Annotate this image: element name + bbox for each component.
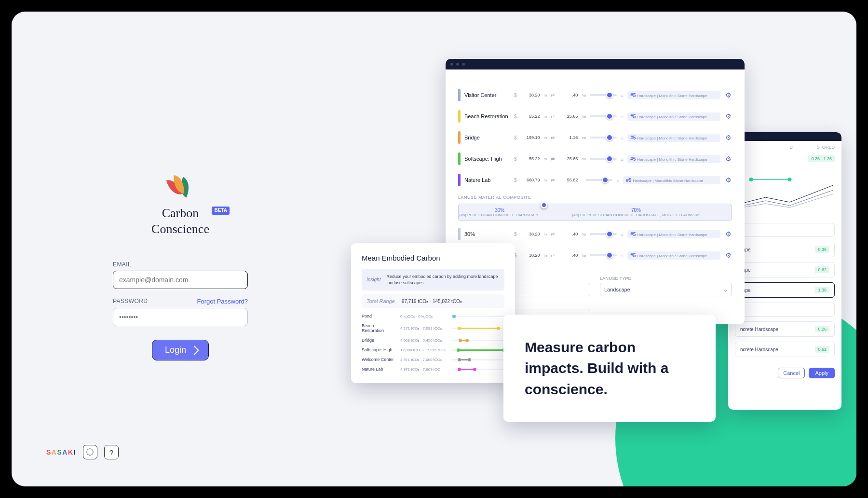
embodied-bar [452, 349, 504, 351]
row-name: Bridge [464, 135, 510, 140]
dollar-icon: $ [514, 93, 517, 98]
color-stripe [458, 174, 461, 186]
home-icon: ⌂ [621, 114, 624, 119]
logo: CarbonConscience BETA [151, 176, 209, 237]
landuse-option[interactable]: cape0.36 [735, 242, 835, 257]
embodied-row: Beach Restoration4,171 tCO₂ - 7,098 tCO₂ [362, 323, 504, 333]
landuse-option[interactable]: cape0.62 [735, 262, 835, 277]
value-2: .40 [558, 232, 578, 236]
row-name: Nature Lab [464, 177, 510, 183]
row-slider[interactable] [590, 233, 617, 235]
row-tag[interactable]: #5Hardscape | Monolithic Stone Hardscape [627, 251, 720, 260]
email-field[interactable] [113, 271, 248, 289]
landuse-select[interactable]: Landscape ⌄ [600, 283, 732, 296]
col-d: D [789, 145, 793, 150]
row-tag[interactable]: #5Hardscape | Monolithic Stone Hardscape [627, 155, 720, 163]
gear-icon[interactable]: ⚙ [724, 112, 732, 120]
landuse-row: Nature Lab$660.79m⇄55.82⌂#5Hardscape | M… [458, 174, 732, 186]
swap-icon: ⇄ [551, 178, 555, 183]
gear-icon[interactable]: ⚙ [724, 134, 732, 141]
chevron-down-icon: ⌄ [723, 287, 728, 293]
forgot-password-link[interactable]: Forgot Password? [197, 298, 248, 305]
row-name: 30% [464, 231, 510, 237]
embodied-row: Nature Lab4,971 tCO₂ - 7,669 tCO [362, 367, 504, 372]
sasaki-logo: SASAKI [46, 448, 76, 456]
value-1: 660.79 [521, 178, 540, 182]
password-label: PASSWORD [113, 298, 148, 304]
row-name: Visitor Center [464, 92, 510, 98]
composite-slider[interactable]: 30% (45) PEDESTRIAN CONCRETE HARDSCAPE 7… [458, 204, 732, 221]
value-1: 38.20 [521, 232, 540, 236]
apply-button[interactable]: Apply [809, 368, 835, 378]
row-slider[interactable] [590, 94, 617, 96]
login-button[interactable]: Login [152, 340, 209, 360]
help-button[interactable]: ? [104, 445, 119, 459]
login-panel: CarbonConscience BETA EMAIL PASSWORD For… [113, 176, 248, 360]
chevron-right-icon [190, 346, 199, 355]
landuse-row: Beach Restoration$55.22m⇄25.65ha⌂#5Hards… [458, 110, 732, 123]
stored-top-chip: 0.26 · 1.26 [808, 155, 835, 162]
row-tag[interactable]: #5Hardscape | Monolithic Stone Hardscape [627, 112, 720, 121]
row-tag[interactable]: #5Hardscape | Monolithic Stone Hardscape [627, 230, 720, 238]
brand-title: CarbonConscience BETA [151, 206, 209, 237]
card-embodied: Mean Embodied Carbon Insight Reduce your… [351, 243, 515, 383]
total-range: Total Range 97,719 tCO₂ - 145,022 tCO₂ [362, 294, 504, 308]
landuse-option[interactable]: cape1.36 [735, 282, 835, 298]
row-slider[interactable] [590, 254, 617, 256]
swap-icon: ⇄ [551, 93, 555, 98]
row-slider[interactable] [590, 137, 617, 138]
beta-badge: BETA [212, 207, 229, 215]
row-tag[interactable]: #5Hardscape | Monolithic Stone Hardscape [627, 91, 720, 99]
home-icon: ⌂ [616, 178, 619, 183]
landuse-option[interactable]: ncrete Hardscape0.62 [735, 342, 835, 357]
mini-chart [735, 166, 835, 214]
password-field[interactable] [113, 308, 248, 326]
color-stripe [458, 89, 461, 101]
swap-icon: ⇄ [551, 232, 555, 237]
row-name: Beach Restoration [464, 113, 510, 119]
col-stored: STORED [817, 145, 835, 150]
embodied-bar [452, 340, 504, 341]
landuse-row: Bridge$199.10m⇄1.16ha⌂#5Hardscape | Mono… [458, 131, 732, 144]
stored-chip: 1.36 [815, 287, 829, 293]
value-2: 25.65 [558, 114, 578, 119]
landuse-option[interactable]: k [735, 303, 835, 317]
value-1: 55.22 [521, 114, 540, 119]
dollar-icon: $ [514, 178, 517, 183]
value-2: 25.65 [558, 156, 578, 161]
embodied-bar [452, 328, 504, 329]
email-label: EMAIL [113, 261, 131, 268]
landuse-label: LANUSE TYPE [600, 276, 732, 281]
gear-icon[interactable]: ⚙ [724, 251, 732, 259]
gear-icon[interactable]: ⚙ [724, 155, 732, 163]
home-icon: ⌂ [621, 232, 624, 237]
gear-icon[interactable]: ⚙ [724, 230, 732, 238]
swap-icon: ⇄ [551, 114, 555, 119]
dollar-icon: $ [514, 156, 517, 162]
row-name: Softscape: High [464, 156, 510, 162]
dollar-icon: $ [514, 232, 517, 237]
landuse-option[interactable]: ncrete Hardscape0.26 [735, 321, 835, 337]
color-stripe [458, 152, 461, 165]
gear-icon[interactable]: ⚙ [724, 176, 732, 184]
svg-point-2 [788, 178, 792, 181]
value-2: .40 [558, 93, 578, 97]
row-slider[interactable] [590, 115, 617, 117]
home-icon: ⌂ [621, 253, 624, 258]
value-1: 38.20 [521, 253, 540, 258]
color-stripe [458, 131, 461, 144]
cancel-button[interactable]: Cancel [778, 368, 805, 378]
row-tag[interactable]: #5Hardscape | Monolithic Stone Hardscape [627, 134, 720, 142]
window-titlebar [446, 59, 745, 69]
row-tag[interactable]: #5Hardscape | Monolithic Stone Hardscape [623, 176, 720, 184]
landuse-option[interactable]: e [735, 223, 835, 237]
embodied-row: Pond0 kgCO₂ - 0 kgCO₂ [362, 314, 504, 318]
composite-handle[interactable] [541, 202, 547, 208]
row-slider[interactable] [585, 179, 612, 181]
value-2: 55.82 [558, 178, 578, 182]
row-slider[interactable] [590, 158, 617, 160]
landuse-row: Softscape: High$55.22m⇄25.65ha⌂#5Hardsca… [458, 152, 732, 165]
gear-icon[interactable]: ⚙ [724, 91, 732, 99]
info-button[interactable]: ⓘ [83, 445, 97, 459]
home-icon: ⌂ [621, 93, 624, 98]
